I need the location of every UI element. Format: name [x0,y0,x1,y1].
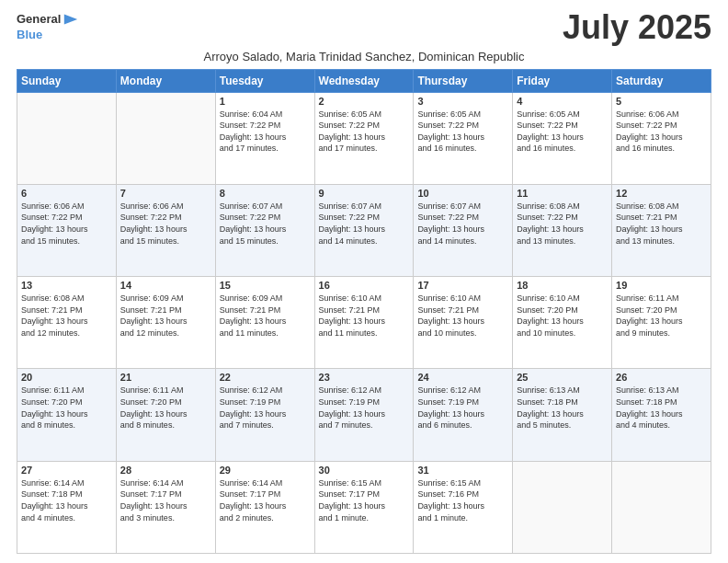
subtitle: Arroyo Salado, Maria Trinidad Sanchez, D… [17,50,711,63]
calendar-week-row: 1Sunrise: 6:04 AM Sunset: 7:22 PM Daylig… [17,92,711,184]
day-info: Sunrise: 6:06 AM Sunset: 7:22 PM Dayligh… [616,109,707,155]
day-info: Sunrise: 6:08 AM Sunset: 7:21 PM Dayligh… [616,201,707,247]
day-info: Sunrise: 6:05 AM Sunset: 7:22 PM Dayligh… [319,109,410,155]
day-number: 27 [21,465,112,476]
day-of-week-header: Monday [116,69,215,92]
day-info: Sunrise: 6:09 AM Sunset: 7:21 PM Dayligh… [220,293,311,339]
calendar-cell: 15Sunrise: 6:09 AM Sunset: 7:21 PM Dayli… [215,277,314,369]
calendar-cell: 23Sunrise: 6:12 AM Sunset: 7:19 PM Dayli… [314,369,414,461]
calendar-cell: 26Sunrise: 6:13 AM Sunset: 7:18 PM Dayli… [612,369,711,461]
calendar-cell: 30Sunrise: 6:15 AM Sunset: 7:17 PM Dayli… [314,461,414,553]
calendar-cell: 9Sunrise: 6:07 AM Sunset: 7:22 PM Daylig… [314,184,414,276]
day-info: Sunrise: 6:14 AM Sunset: 7:17 PM Dayligh… [120,477,211,523]
calendar-cell: 17Sunrise: 6:10 AM Sunset: 7:21 PM Dayli… [414,277,513,369]
day-info: Sunrise: 6:15 AM Sunset: 7:16 PM Dayligh… [417,477,508,523]
calendar-header-row: SundayMondayTuesdayWednesdayThursdayFrid… [17,69,711,92]
calendar-cell: 20Sunrise: 6:11 AM Sunset: 7:20 PM Dayli… [17,369,117,461]
logo-icon [63,11,79,28]
day-number: 23 [319,372,410,383]
day-number: 29 [220,465,311,476]
calendar-cell: 13Sunrise: 6:08 AM Sunset: 7:21 PM Dayli… [17,277,117,369]
calendar-week-row: 27Sunrise: 6:14 AM Sunset: 7:18 PM Dayli… [17,461,711,553]
day-of-week-header: Sunday [17,69,117,92]
logo-text: General [17,12,61,27]
svg-marker-0 [64,15,77,25]
day-number: 17 [417,280,508,291]
day-number: 7 [120,188,211,199]
calendar-cell [116,92,215,184]
day-info: Sunrise: 6:13 AM Sunset: 7:18 PM Dayligh… [616,385,707,431]
calendar-cell: 1Sunrise: 6:04 AM Sunset: 7:22 PM Daylig… [215,92,314,184]
day-number: 21 [120,372,211,383]
calendar-cell: 29Sunrise: 6:14 AM Sunset: 7:17 PM Dayli… [215,461,314,553]
logo-blue-text: Blue [17,28,79,42]
day-number: 8 [220,188,311,199]
day-info: Sunrise: 6:14 AM Sunset: 7:17 PM Dayligh… [220,477,311,523]
day-number: 19 [616,280,707,291]
calendar-cell: 3Sunrise: 6:05 AM Sunset: 7:22 PM Daylig… [414,92,513,184]
calendar-cell: 27Sunrise: 6:14 AM Sunset: 7:18 PM Dayli… [17,461,117,553]
day-info: Sunrise: 6:12 AM Sunset: 7:19 PM Dayligh… [220,385,311,431]
day-number: 20 [21,372,112,383]
calendar-cell [612,461,711,553]
calendar-week-row: 13Sunrise: 6:08 AM Sunset: 7:21 PM Dayli… [17,277,711,369]
day-info: Sunrise: 6:11 AM Sunset: 7:20 PM Dayligh… [21,385,112,431]
day-info: Sunrise: 6:10 AM Sunset: 7:21 PM Dayligh… [417,293,508,339]
calendar-cell [513,461,612,553]
calendar-cell: 4Sunrise: 6:05 AM Sunset: 7:22 PM Daylig… [513,92,612,184]
day-number: 2 [319,96,410,107]
day-number: 22 [220,372,311,383]
calendar-cell: 24Sunrise: 6:12 AM Sunset: 7:19 PM Dayli… [414,369,513,461]
day-info: Sunrise: 6:05 AM Sunset: 7:22 PM Dayligh… [517,109,608,155]
day-number: 6 [21,188,112,199]
day-number: 14 [120,280,211,291]
day-of-week-header: Thursday [414,69,513,92]
day-number: 4 [517,96,608,107]
calendar-cell: 8Sunrise: 6:07 AM Sunset: 7:22 PM Daylig… [215,184,314,276]
calendar-cell: 22Sunrise: 6:12 AM Sunset: 7:19 PM Dayli… [215,369,314,461]
calendar-cell: 16Sunrise: 6:10 AM Sunset: 7:21 PM Dayli… [314,277,414,369]
day-info: Sunrise: 6:13 AM Sunset: 7:18 PM Dayligh… [517,385,608,431]
calendar-cell: 19Sunrise: 6:11 AM Sunset: 7:20 PM Dayli… [612,277,711,369]
day-number: 28 [120,465,211,476]
day-number: 25 [517,372,608,383]
calendar-cell: 18Sunrise: 6:10 AM Sunset: 7:20 PM Dayli… [513,277,612,369]
day-info: Sunrise: 6:06 AM Sunset: 7:22 PM Dayligh… [21,201,112,247]
calendar-cell: 10Sunrise: 6:07 AM Sunset: 7:22 PM Dayli… [414,184,513,276]
day-number: 26 [616,372,707,383]
day-info: Sunrise: 6:07 AM Sunset: 7:22 PM Dayligh… [319,201,410,247]
day-number: 12 [616,188,707,199]
calendar-cell: 2Sunrise: 6:05 AM Sunset: 7:22 PM Daylig… [314,92,414,184]
day-of-week-header: Friday [513,69,612,92]
calendar-cell: 25Sunrise: 6:13 AM Sunset: 7:18 PM Dayli… [513,369,612,461]
header: General Blue July 2025 [17,9,711,46]
day-number: 11 [517,188,608,199]
calendar-cell: 14Sunrise: 6:09 AM Sunset: 7:21 PM Dayli… [116,277,215,369]
calendar-week-row: 6Sunrise: 6:06 AM Sunset: 7:22 PM Daylig… [17,184,711,276]
day-number: 24 [417,372,508,383]
calendar-cell: 28Sunrise: 6:14 AM Sunset: 7:17 PM Dayli… [116,461,215,553]
day-number: 3 [417,96,508,107]
calendar-cell: 12Sunrise: 6:08 AM Sunset: 7:21 PM Dayli… [612,184,711,276]
day-info: Sunrise: 6:12 AM Sunset: 7:19 PM Dayligh… [319,385,410,431]
day-info: Sunrise: 6:04 AM Sunset: 7:22 PM Dayligh… [220,109,311,155]
day-number: 9 [319,188,410,199]
day-info: Sunrise: 6:07 AM Sunset: 7:22 PM Dayligh… [417,201,508,247]
day-info: Sunrise: 6:07 AM Sunset: 7:22 PM Dayligh… [220,201,311,247]
logo: General Blue [17,11,79,42]
day-info: Sunrise: 6:11 AM Sunset: 7:20 PM Dayligh… [120,385,211,431]
day-info: Sunrise: 6:10 AM Sunset: 7:21 PM Dayligh… [319,293,410,339]
day-info: Sunrise: 6:05 AM Sunset: 7:22 PM Dayligh… [417,109,508,155]
day-info: Sunrise: 6:09 AM Sunset: 7:21 PM Dayligh… [120,293,211,339]
day-number: 10 [417,188,508,199]
calendar-cell: 5Sunrise: 6:06 AM Sunset: 7:22 PM Daylig… [612,92,711,184]
day-number: 15 [220,280,311,291]
day-number: 5 [616,96,707,107]
day-number: 18 [517,280,608,291]
day-of-week-header: Saturday [612,69,711,92]
calendar-cell: 7Sunrise: 6:06 AM Sunset: 7:22 PM Daylig… [116,184,215,276]
day-of-week-header: Wednesday [314,69,414,92]
day-number: 13 [21,280,112,291]
day-info: Sunrise: 6:11 AM Sunset: 7:20 PM Dayligh… [616,293,707,339]
day-info: Sunrise: 6:08 AM Sunset: 7:21 PM Dayligh… [21,293,112,339]
